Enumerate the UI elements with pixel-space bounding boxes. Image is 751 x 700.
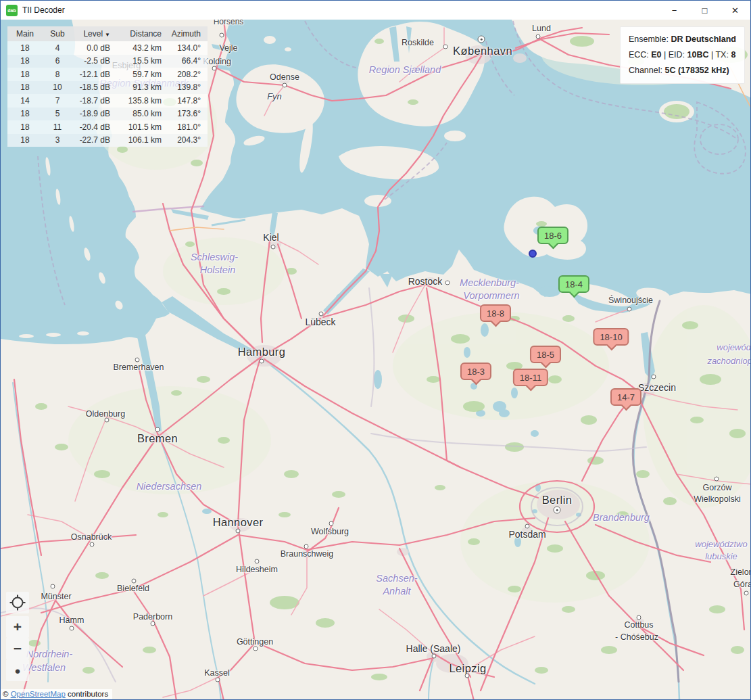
city-dot (155, 427, 160, 432)
locate-button[interactable] (6, 592, 29, 613)
title-bar[interactable]: dab TII Decoder −□✕ (1, 1, 750, 20)
app-window: HorsensVejleKoldingEsbjergRegion Syddanm… (0, 0, 751, 700)
column-header-distance[interactable]: Distance (117, 29, 168, 39)
tii-results-table[interactable]: MainSubLevel▼DistanceAzimuth1840.0 dB43.… (7, 26, 208, 147)
table-row[interactable]: 183-22.7 dB106.1 km204.3° (7, 134, 208, 147)
city-dot (255, 559, 260, 564)
table-cell: 91.3 km (117, 83, 168, 92)
table-cell: -20.4 dB (72, 122, 117, 132)
table-cell: 106.1 km (117, 135, 168, 145)
openstreetmap-link[interactable]: OpenStreetMap (11, 690, 66, 698)
zoom-out-button[interactable]: − (6, 638, 29, 659)
ensemble-info-panel: Ensemble: DR DeutschlandECC: E0 | EID: 1… (620, 26, 745, 84)
minimize-button[interactable]: − (659, 1, 689, 20)
city-dot (135, 358, 140, 363)
table-cell: -18.5 dB (72, 83, 117, 92)
table-cell: 59.7 km (117, 70, 168, 79)
table-cell: 18 (7, 70, 43, 79)
city-dot (443, 45, 448, 49)
city-dot (637, 615, 641, 620)
table-cell: 18 (7, 83, 43, 92)
table-cell: 18 (7, 43, 43, 53)
city-dot (105, 418, 110, 423)
column-header-level[interactable]: Level▼ (72, 29, 117, 39)
city-dot (536, 34, 541, 39)
table-cell: 4 (43, 43, 72, 53)
marker-toggle-button[interactable]: ● (6, 659, 29, 681)
table-cell: 66.4° (168, 56, 208, 66)
table-cell: 204.3° (168, 135, 208, 145)
table-row[interactable]: 1811-20.4 dB101.5 km181.0° (7, 120, 208, 134)
table-cell: 3 (43, 135, 72, 145)
zoom-in-button[interactable]: + (6, 616, 29, 638)
city-dot (212, 66, 217, 71)
table-cell: 147.8° (168, 96, 208, 106)
city-dot (283, 83, 287, 88)
tii-marker-18-10[interactable]: 18-10 (593, 328, 629, 346)
city-dot (236, 529, 241, 534)
table-row[interactable]: 185-18.9 dB85.0 km173.6° (7, 108, 208, 121)
city-dot (51, 584, 55, 589)
city-dot (445, 281, 450, 285)
table-cell: 101.5 km (117, 122, 168, 132)
tii-marker-18-6[interactable]: 18-6 (537, 227, 568, 244)
city-dot (90, 542, 95, 547)
city-dot (260, 359, 264, 364)
table-cell: 208.2° (168, 70, 208, 79)
column-header-azimuth[interactable]: Azimuth (168, 29, 208, 39)
city-dot (478, 36, 485, 43)
table-cell: 134.0° (168, 43, 208, 53)
table-row[interactable]: 1840.0 dB43.2 km134.0° (7, 41, 208, 55)
table-cell: -18.9 dB (72, 109, 117, 118)
table-cell: 18 (7, 135, 43, 145)
city-dot (216, 678, 220, 682)
info-line: Channel: 5C (178352 kHz) (629, 63, 736, 78)
window-buttons: −□✕ (659, 1, 750, 20)
table-cell: 6 (43, 56, 72, 66)
sort-desc-icon: ▼ (105, 32, 110, 38)
column-header-sub[interactable]: Sub (43, 29, 72, 39)
attribution-prefix: © (3, 690, 11, 698)
tii-marker-18-5[interactable]: 18-5 (530, 346, 561, 363)
city-dot (525, 524, 530, 529)
city-dot (253, 647, 258, 651)
city-dot (554, 507, 561, 514)
table-row[interactable]: 188-12.1 dB59.7 km208.2° (7, 68, 208, 81)
table-cell: -22.7 dB (72, 135, 117, 145)
table-cell: 18 (7, 56, 43, 66)
table-cell: 43.2 km (117, 43, 168, 53)
city-dot (132, 579, 137, 584)
table-cell: 7 (43, 96, 72, 106)
attribution-suffix: contributors (66, 690, 108, 698)
tii-marker-14-7[interactable]: 14-7 (610, 388, 641, 406)
table-row[interactable]: 147-18.7 dB135.8 km147.8° (7, 94, 208, 108)
table-cell: 181.0° (168, 122, 208, 132)
table-cell: 0.0 dB (72, 43, 117, 53)
city-dot (744, 591, 749, 596)
tii-marker-18-4[interactable]: 18-4 (558, 275, 589, 293)
table-cell: 85.0 km (117, 109, 168, 118)
tii-marker-18-11[interactable]: 18-11 (513, 369, 548, 386)
receiver-position-dot (529, 250, 537, 258)
city-dot (319, 312, 324, 317)
table-row[interactable]: 186-2.5 dB15.5 km66.4° (7, 55, 208, 68)
table-cell: 135.8 km (117, 96, 168, 106)
table-row[interactable]: 1810-18.5 dB91.3 km139.8° (7, 81, 208, 95)
column-header-main[interactable]: Main (7, 29, 43, 39)
city-dot (304, 544, 309, 549)
table-cell: 14 (7, 96, 43, 106)
city-dot (70, 626, 74, 631)
info-line: ECC: E0 | EID: 10BC | TX: 8 (629, 47, 736, 63)
maximize-button[interactable]: □ (689, 1, 720, 20)
city-dot (220, 33, 224, 38)
table-cell: 139.8° (168, 83, 208, 92)
city-dot (714, 477, 719, 482)
city-dot (151, 622, 155, 626)
table-cell: 11 (43, 122, 72, 132)
tii-marker-18-3[interactable]: 18-3 (460, 363, 491, 380)
table-cell: 15.5 km (117, 56, 168, 66)
close-button[interactable]: ✕ (720, 1, 750, 20)
tii-marker-18-8[interactable]: 18-8 (480, 304, 511, 322)
table-cell: 18 (7, 122, 43, 132)
table-cell: 173.6° (168, 109, 208, 118)
